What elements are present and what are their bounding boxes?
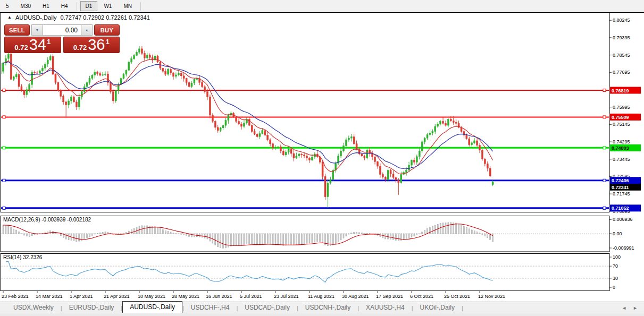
timeframe-5[interactable]: 5 <box>1 1 14 11</box>
svg-text:0.78545: 0.78545 <box>613 53 630 58</box>
collapse-trade-panel-icon[interactable]: ▲ <box>7 15 12 20</box>
svg-text:0.73445: 0.73445 <box>613 157 630 162</box>
svg-text:6 Oct 2021: 6 Oct 2021 <box>410 294 433 299</box>
svg-text:12 Nov 2021: 12 Nov 2021 <box>478 294 505 299</box>
toolbar-separator <box>140 2 141 11</box>
one-click-trading-panel: SELL ▼ ▲ BUY 0.72 34 1 0.72 36 1 <box>4 24 120 53</box>
svg-text:14 Mar 2021: 14 Mar 2021 <box>36 294 63 299</box>
svg-text:0.79395: 0.79395 <box>613 35 630 40</box>
volume-spinner: ▼ ▲ <box>31 24 93 36</box>
buy-price-big: 36 <box>88 37 105 53</box>
price-axis: 0.802450.793950.785450.776950.759950.751… <box>609 18 641 214</box>
chart-title: AUDUSD-,Daily <box>15 14 57 21</box>
tab-scroll-left-icon[interactable]: ◄ <box>621 305 628 311</box>
macd-axis: 0.0069360.00-0.006991 <box>609 217 634 251</box>
svg-text:70: 70 <box>613 263 618 269</box>
timeframe-w1[interactable]: W1 <box>98 1 117 11</box>
svg-text:0.77695: 0.77695 <box>613 70 630 75</box>
svg-text:0.75145: 0.75145 <box>613 122 630 127</box>
chart-ohlc-values: 0.72747 0.72902 0.72261 0.72341 <box>61 14 150 21</box>
svg-text:28 May 2021: 28 May 2021 <box>172 294 199 299</box>
timeframe-mn[interactable]: MN <box>118 1 137 11</box>
rsi-panel <box>1 254 609 291</box>
volume-increase-icon[interactable]: ▲ <box>81 24 93 36</box>
timeframe-toolbar: 5M30H1H4D1W1MN <box>0 0 644 12</box>
svg-text:21 Apr 2021: 21 Apr 2021 <box>104 294 130 299</box>
buy-price-prefix: 0.72 <box>73 44 87 52</box>
tab-separator: | <box>462 305 463 313</box>
rsi-indicator-label: RSI(14) 32.2326 <box>3 254 42 260</box>
timeframe-m30[interactable]: M30 <box>15 1 36 11</box>
svg-text:23 Feb 2021: 23 Feb 2021 <box>2 294 29 299</box>
buy-button[interactable]: BUY <box>94 24 120 36</box>
hline-handle <box>3 207 5 209</box>
tab-usdx-weekly[interactable]: USDX,Weekly <box>6 303 61 313</box>
sell-button[interactable]: SELL <box>4 24 30 36</box>
volume-input[interactable] <box>43 24 81 36</box>
timeframe-d1[interactable]: D1 <box>80 1 98 11</box>
svg-text:25 Oct 2021: 25 Oct 2021 <box>444 294 470 299</box>
tab-usdcnh-daily[interactable]: USDCNH-,Daily <box>298 303 357 313</box>
bottom-strip <box>0 313 644 316</box>
buy-price-box[interactable]: 0.72 36 1 <box>63 37 120 53</box>
rsi-axis: 10070300 <box>609 254 621 290</box>
svg-text:0.71745: 0.71745 <box>613 191 630 197</box>
hline-handle <box>3 89 5 92</box>
svg-text:0.72406: 0.72406 <box>612 178 629 183</box>
svg-text:0.71052: 0.71052 <box>612 206 629 211</box>
chart-tabs: USDX,Weekly|EURUSD-,Daily|AUDUSD-,Daily|… <box>0 302 644 313</box>
hline-handle <box>603 116 606 118</box>
svg-text:0.80245: 0.80245 <box>613 18 630 23</box>
hline-handle <box>3 147 5 149</box>
svg-text:30 Aug 2021: 30 Aug 2021 <box>342 294 369 299</box>
tab-usdcad-daily[interactable]: USDCAD-,Daily <box>238 303 297 313</box>
tab-xauusd-h4[interactable]: XAUUSD-,H4 <box>359 303 412 313</box>
svg-text:1 Apr 2021: 1 Apr 2021 <box>70 294 93 299</box>
svg-text:0.72341: 0.72341 <box>612 185 629 190</box>
sell-price-box[interactable]: 0.72 34 1 <box>4 37 61 53</box>
buy-price-sup: 1 <box>105 38 109 46</box>
svg-text:16 Jun 2021: 16 Jun 2021 <box>206 294 232 299</box>
hline-handle <box>3 179 5 182</box>
svg-text:0.00: 0.00 <box>613 231 622 236</box>
sell-price-sup: 1 <box>47 38 51 46</box>
svg-text:0.75509: 0.75509 <box>612 115 629 120</box>
svg-text:0.74003: 0.74003 <box>612 146 629 151</box>
tab-usdchf-h4[interactable]: USDCHF-,H4 <box>184 303 237 313</box>
svg-text:30: 30 <box>613 276 618 281</box>
sell-price-big: 34 <box>29 37 46 53</box>
svg-text:23 Jul 2021: 23 Jul 2021 <box>274 294 299 299</box>
svg-text:10 May 2021: 10 May 2021 <box>138 294 165 299</box>
svg-text:17 Sep 2021: 17 Sep 2021 <box>376 294 403 299</box>
svg-text:0: 0 <box>613 285 615 290</box>
timeframe-h4[interactable]: H4 <box>56 1 73 11</box>
toolbar-separator <box>77 2 77 11</box>
chart-title-row: ▲ AUDUSD-,Daily 0.72747 0.72902 0.72261 … <box>7 14 150 21</box>
svg-text:0.006936: 0.006936 <box>613 217 633 222</box>
svg-text:0.75995: 0.75995 <box>613 105 630 110</box>
timeframe-h1[interactable]: H1 <box>37 1 55 11</box>
volume-decrease-icon[interactable]: ▼ <box>31 24 43 36</box>
svg-text:5 Jul 2021: 5 Jul 2021 <box>240 294 262 299</box>
hline-handle <box>603 147 606 149</box>
svg-text:11 Aug 2021: 11 Aug 2021 <box>308 294 334 299</box>
hline-handle <box>3 116 5 118</box>
hline-handle <box>603 179 606 182</box>
svg-text:-0.006991: -0.006991 <box>613 245 634 251</box>
macd-indicator-label: MACD(12,26,9) -0.003939 -0.002182 <box>3 217 91 223</box>
tab-scroll-right-icon[interactable]: ► <box>632 305 639 311</box>
svg-text:0.74295: 0.74295 <box>613 139 630 144</box>
tab-scroll-arrows: ◄► <box>621 305 639 313</box>
tab-eurusd-daily[interactable]: EURUSD-,Daily <box>62 303 121 313</box>
svg-text:0.76819: 0.76819 <box>612 88 629 93</box>
hline-handle <box>603 89 606 92</box>
date-axis: 23 Feb 202114 Mar 20211 Apr 202121 Apr 2… <box>2 291 505 299</box>
hline-handle <box>603 207 606 209</box>
sell-price-prefix: 0.72 <box>14 44 28 52</box>
tab-audusd-daily[interactable]: AUDUSD-,Daily <box>122 301 182 313</box>
svg-text:100: 100 <box>613 254 621 260</box>
tab-ukoil-daily[interactable]: UKOil-,Daily <box>413 303 462 313</box>
